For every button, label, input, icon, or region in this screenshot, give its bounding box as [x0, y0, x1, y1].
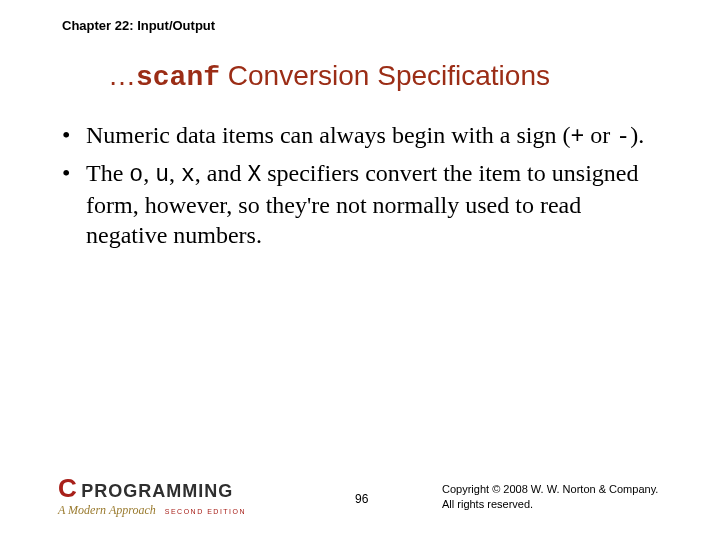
bullet-2-mid1: ,	[143, 160, 155, 186]
copyright-line-1: Copyright © 2008 W. W. Norton & Company.	[442, 482, 658, 497]
bullet-2-mid3: , and	[195, 160, 248, 186]
bullet-1-text: Numeric data items can always begin with…	[86, 122, 571, 148]
slide: Chapter 22: Input/Output …scanf Conversi…	[0, 0, 720, 540]
logo-programming: PROGRAMMING	[81, 482, 233, 500]
bullet-1-mid: or	[584, 122, 616, 148]
bullet-1-post: ).	[630, 122, 644, 148]
logo-edition: SECOND EDITION	[165, 508, 246, 515]
logo-c-letter: C	[58, 475, 77, 501]
code-X: X	[247, 162, 261, 188]
bullet-1: Numeric data items can always begin with…	[62, 120, 660, 152]
copyright-line-2: All rights reserved.	[442, 497, 658, 512]
bullet-2-mid2: ,	[169, 160, 181, 186]
copyright: Copyright © 2008 W. W. Norton & Company.…	[442, 482, 658, 512]
logo-subtitle: A Modern Approach SECOND EDITION	[58, 503, 288, 518]
title-prefix: …	[108, 60, 136, 91]
footer: C PROGRAMMING A Modern Approach SECOND E…	[0, 472, 720, 518]
code-minus: -	[616, 124, 630, 150]
bullet-2: The o, u, x, and X specifiers convert th…	[62, 158, 660, 250]
logo-top: C PROGRAMMING	[58, 475, 288, 501]
code-u: u	[155, 162, 169, 188]
logo-sub-text: A Modern Approach	[58, 503, 156, 517]
code-plus: +	[571, 124, 585, 150]
page-number: 96	[355, 492, 368, 506]
code-o: o	[129, 162, 143, 188]
book-logo: C PROGRAMMING A Modern Approach SECOND E…	[58, 475, 288, 518]
slide-title: …scanf Conversion Specifications	[108, 60, 550, 93]
title-rest: Conversion Specifications	[220, 60, 550, 91]
bullet-2-pre: The	[86, 160, 129, 186]
title-code: scanf	[136, 62, 220, 93]
body-content: Numeric data items can always begin with…	[62, 120, 660, 256]
chapter-label: Chapter 22: Input/Output	[62, 18, 215, 33]
code-x: x	[181, 162, 195, 188]
